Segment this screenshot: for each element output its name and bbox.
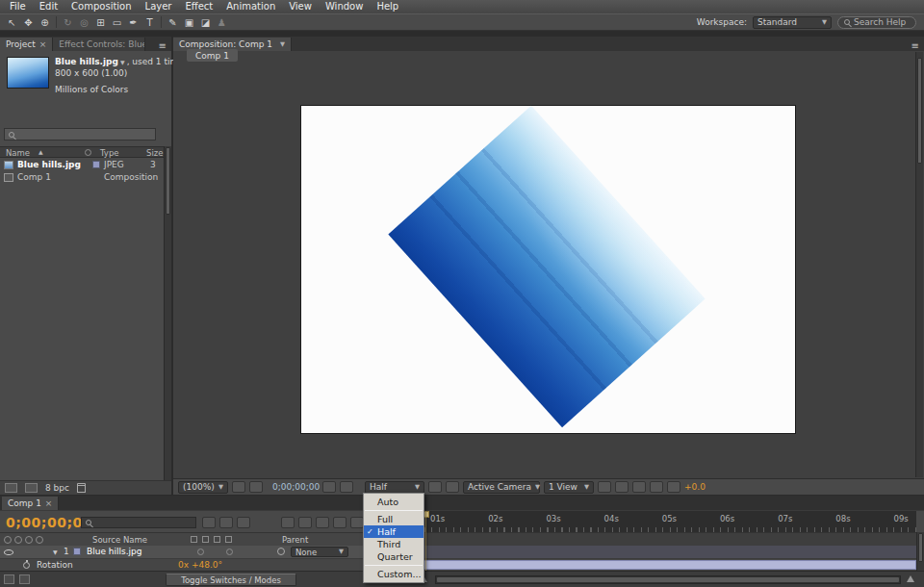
panel-menu-icon[interactable]: ≡ [907,40,924,51]
menu-effect[interactable]: Effect [178,0,219,13]
interpret-footage-icon[interactable] [5,483,17,493]
show-snapshot-icon[interactable] [340,481,353,493]
eye-icon[interactable] [4,549,13,555]
transparency-grid-icon[interactable] [446,481,459,493]
project-scrollbar[interactable] [164,146,171,480]
column-name[interactable]: Name [6,148,30,158]
timeline-button-icon[interactable] [632,481,646,493]
panel-menu-icon[interactable]: ≡ [154,40,171,51]
menu-help[interactable]: Help [370,0,405,13]
motion-blur-icon[interactable] [298,517,312,528]
menu-item-full[interactable]: Full [364,513,424,525]
expand-inout-pane-icon[interactable] [19,574,30,584]
current-time-indicator[interactable] [425,511,426,571]
layer-label-chip[interactable] [73,548,81,555]
project-search-input[interactable] [4,128,156,140]
close-icon[interactable]: × [39,39,47,49]
camera-view-select[interactable]: Active Camera ▼ [463,481,540,494]
parent-select[interactable]: None ▼ [291,547,348,557]
property-name[interactable]: Rotation [37,560,73,570]
pan-behind-tool-icon[interactable]: ⊞ [92,15,109,29]
zoom-tool-icon[interactable]: ⊕ [37,15,53,29]
snapshot-camera-icon[interactable] [322,481,336,493]
rotation-value[interactable]: 0x +48.0° [178,560,222,570]
magnification-select[interactable]: (100%) ▼ [178,481,228,494]
bit-depth-button[interactable]: 8 bpc [45,483,69,493]
toggle-switches-modes-button[interactable]: Toggle Switches / Modes [166,574,296,586]
layer-name[interactable]: Blue hills.jpg [87,547,141,556]
comp-timecode[interactable]: 0;00;00;00 [272,482,319,492]
puppet-pin-tool-icon[interactable]: ♟ [214,15,230,29]
hand-tool-icon[interactable]: ✥ [20,15,37,29]
view-layout-select[interactable]: 1 View ▼ [544,481,594,494]
pen-tool-icon[interactable]: ✒ [125,15,141,29]
layer-switch-icon[interactable] [226,549,233,555]
pixel-aspect-icon[interactable] [598,481,611,493]
selection-tool-icon[interactable]: ↖ [4,15,20,29]
pick-whip-icon[interactable] [277,548,285,555]
brush-tool-icon[interactable]: ✎ [165,15,181,29]
scrollbar-thumb[interactable] [437,577,899,582]
rotation-property-row[interactable]: Rotation 0x +48.0° [0,558,924,571]
blue-hills-layer[interactable] [388,106,705,427]
project-row-comp1[interactable]: Comp 1 Composition [0,171,164,184]
menu-item-auto[interactable]: Auto [364,496,424,508]
timeline-search-input[interactable] [81,517,196,528]
stopwatch-icon[interactable] [23,562,30,569]
new-folder-icon[interactable] [25,483,38,493]
label-color-chip[interactable] [92,161,100,168]
auto-keyframe-icon[interactable] [333,517,346,528]
current-time-display[interactable]: 0;00;00;00 [6,515,92,530]
zoom-in-mountain-icon[interactable] [907,575,914,582]
mask-visibility-icon[interactable] [249,481,263,493]
comp-mini-flowchart-icon[interactable] [202,517,216,528]
project-table-header[interactable]: Name ▲ Type Size [0,146,171,158]
timeline-scrollbar[interactable] [916,532,924,571]
twirl-open-icon[interactable]: ▼ [53,549,58,555]
frame-blending-icon[interactable] [281,517,295,528]
row-name[interactable]: Blue hills.jpg [17,160,81,169]
menu-item-half[interactable]: ✓ Half [364,525,424,538]
expand-layer-pane-icon[interactable] [4,574,14,584]
layer-duration-track[interactable] [424,546,916,558]
draft-3d-icon[interactable] [219,517,233,528]
clone-stamp-tool-icon[interactable]: ▣ [181,15,197,29]
tab-project[interactable]: Project × [0,38,53,51]
search-help-input[interactable]: Search Help [837,16,916,29]
region-of-interest-icon[interactable] [428,481,442,493]
scrollbar-thumb[interactable] [166,147,170,215]
trash-icon[interactable] [77,483,86,493]
mask-shape-tool-icon[interactable]: ▭ [109,15,125,29]
tab-effect-controls[interactable]: Effect Controls: Blue h [53,38,145,51]
menu-item-custom[interactable]: Custom... [364,568,424,580]
menu-animation[interactable]: Animation [219,0,282,13]
chevron-down-icon[interactable]: ▼ [120,59,125,65]
brainstorm-icon[interactable] [316,517,329,528]
column-parent[interactable]: Parent [282,535,308,545]
exposure-value[interactable]: +0.0 [684,482,706,492]
layer-row[interactable]: ▼ 1 Blue hills.jpg None ▼ [0,546,924,558]
type-tool-icon[interactable]: T [141,15,158,29]
close-icon[interactable]: × [45,498,53,508]
project-row-blue-hills[interactable]: Blue hills.jpg JPEG 3 [0,159,164,171]
safe-guides-icon[interactable] [232,481,245,493]
menu-layer[interactable]: Layer [139,0,179,13]
chevron-down-icon[interactable]: ▼ [280,41,285,48]
fast-previews-icon[interactable] [615,481,629,493]
menu-file[interactable]: File [3,0,33,13]
scrollbar-thumb[interactable] [918,533,923,562]
reset-exposure-icon[interactable] [667,481,680,493]
timeline-zoom-scrollbar[interactable] [435,575,901,584]
layer-switch-icon[interactable] [197,549,204,555]
time-ruler[interactable]: 01s 02s 03s 04s 05s 06s 07s 08s 09s [424,511,916,532]
menu-composition[interactable]: Composition [64,0,138,13]
layer-duration-bar[interactable] [424,560,916,570]
menu-edit[interactable]: Edit [33,0,64,13]
eraser-tool-icon[interactable]: ◪ [197,15,214,29]
tab-timeline-comp1[interactable]: Comp 1 × [2,497,59,510]
column-type[interactable]: Type [100,148,119,158]
resolution-select[interactable]: Half ▼ [365,481,424,494]
menu-item-quarter[interactable]: Quarter [364,550,424,563]
menu-window[interactable]: Window [319,0,370,13]
comp-flowchart-icon[interactable] [650,481,663,493]
